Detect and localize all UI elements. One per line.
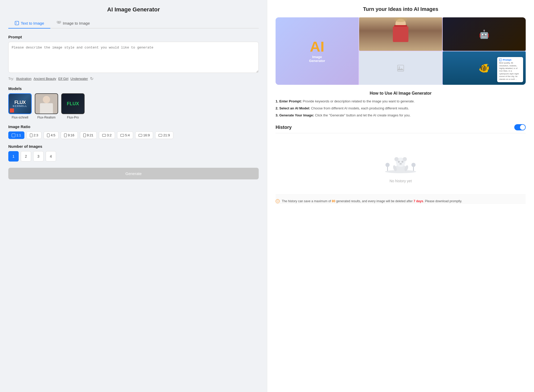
prompt-input[interactable] bbox=[8, 42, 259, 73]
ratio-icon-16-9 bbox=[139, 134, 142, 137]
model-img-flux-realism bbox=[35, 93, 58, 114]
svg-rect-3 bbox=[59, 21, 61, 23]
model-label-flux-realism: Flux-Realism bbox=[37, 116, 56, 119]
banner-subtitle-1: Image bbox=[312, 55, 322, 59]
ratio-icon-1-1 bbox=[12, 134, 15, 137]
ratio-btn-21-9[interactable]: 21:9 bbox=[155, 131, 173, 139]
history-title: History bbox=[276, 125, 292, 130]
num-images-grid: 1 2 3 4 bbox=[8, 151, 259, 162]
svg-point-5 bbox=[399, 66, 400, 68]
banner-ai-left: AI Image Generator bbox=[276, 17, 359, 85]
num-btn-4[interactable]: 4 bbox=[46, 151, 56, 162]
ratio-icon-2-3 bbox=[30, 134, 32, 137]
history-header: History bbox=[276, 124, 526, 133]
step-3-text: Click the "Generate" button and let the … bbox=[315, 113, 410, 117]
banner-bot-mid-img: T Prompt: Best quality, 8k resolution, r… bbox=[359, 51, 442, 85]
try-tag-underwater[interactable]: Underwater bbox=[71, 77, 88, 81]
ironman-visual bbox=[443, 17, 526, 51]
history-max-count: 80 bbox=[332, 199, 335, 203]
how-to-section: How to Use AI Image Generator 1. Enter P… bbox=[276, 91, 526, 118]
num-btn-3[interactable]: 3 bbox=[33, 151, 44, 162]
history-toggle[interactable] bbox=[514, 124, 526, 130]
generate-button[interactable]: Generate bbox=[8, 168, 259, 179]
tab-text-to-image[interactable]: T Text to Image bbox=[8, 18, 50, 29]
svg-point-19 bbox=[399, 163, 402, 165]
right-panel: Turn your Ideas into AI Images AI Image … bbox=[267, 0, 534, 392]
tab-text-to-image-label: Text to Image bbox=[21, 21, 44, 25]
model-label-flux-schnell: Flux-schnell bbox=[12, 116, 28, 119]
ratio-icon-5-4 bbox=[120, 134, 124, 137]
right-headline: Turn your Ideas into AI Images bbox=[276, 6, 526, 12]
promo-banner: AI Image Generator bbox=[276, 17, 526, 85]
text-to-image-icon: T bbox=[15, 21, 19, 25]
num-images-label: Number of Images bbox=[8, 144, 259, 149]
refresh-icon[interactable]: ↻ bbox=[90, 76, 93, 81]
ratio-btn-2-3[interactable]: 2:3 bbox=[26, 131, 42, 139]
info-icon: ⓘ bbox=[276, 199, 280, 203]
svg-text:T: T bbox=[16, 22, 17, 24]
ratio-btn-9-21[interactable]: 9:21 bbox=[80, 131, 97, 139]
models-section: Models FLUX SCHNELL Flux-schnell Flux- bbox=[8, 86, 259, 119]
try-tag-ancient-beauty[interactable]: Ancient Beauty bbox=[33, 77, 56, 81]
ratio-btn-5-4[interactable]: 5:4 bbox=[117, 131, 133, 139]
image-to-image-icon bbox=[57, 21, 61, 25]
step-1-text: Provide keywords or description related … bbox=[303, 99, 415, 103]
empty-illustration bbox=[380, 144, 421, 175]
tab-bar: T Text to Image Image to Image bbox=[8, 18, 259, 29]
svg-point-16 bbox=[403, 157, 407, 161]
ratio-icon-21-9 bbox=[159, 134, 162, 137]
svg-point-17 bbox=[398, 161, 400, 163]
no-history-text: No history yet bbox=[389, 179, 412, 183]
how-to-step-3: 3. Generate Your Image: Click the "Gener… bbox=[276, 113, 526, 118]
num-images-section: Number of Images 1 2 3 4 bbox=[8, 144, 259, 162]
ratio-btn-1-1[interactable]: 1:1 bbox=[8, 131, 24, 139]
try-tag-illustration[interactable]: Illustration bbox=[16, 77, 31, 81]
model-card-flux-schnell[interactable]: FLUX SCHNELL Flux-schnell bbox=[8, 93, 32, 119]
model-img-flux-schnell: FLUX SCHNELL bbox=[8, 93, 32, 114]
try-tag-elf-girl[interactable]: Elf Girl bbox=[58, 77, 69, 81]
ratio-btn-4-5[interactable]: 4:5 bbox=[44, 131, 59, 139]
model-img-flux-pro: FLUX bbox=[61, 93, 85, 114]
svg-point-10 bbox=[386, 163, 390, 167]
history-section: History bbox=[276, 124, 526, 204]
step-3-bold: 3. Generate Your Image: bbox=[276, 113, 314, 117]
models-label: Models bbox=[8, 86, 259, 91]
ratio-section: Image Ratio 1:1 2:3 4:5 9:16 9:21 bbox=[8, 124, 259, 139]
model-card-flux-pro[interactable]: FLUX Flux-Pro bbox=[61, 93, 85, 119]
ratio-icon-9-16 bbox=[64, 134, 67, 137]
svg-point-12 bbox=[412, 163, 416, 167]
ratio-icon-9-21 bbox=[83, 134, 86, 137]
banner-subtitle-2: Generator bbox=[309, 59, 325, 63]
banner-woman-img bbox=[359, 17, 442, 51]
ratio-icon-4-5 bbox=[47, 134, 50, 137]
step-2-bold: 2. Select an AI Model: bbox=[276, 106, 310, 110]
how-to-step-1: 1. Enter Prompt: Provide keywords or des… bbox=[276, 99, 526, 104]
history-note-content: The history can save a maximum of 80 gen… bbox=[282, 199, 462, 204]
try-section: Try: Illustration Ancient Beauty Elf Gir… bbox=[8, 76, 259, 81]
ratio-btn-3-2[interactable]: 3:2 bbox=[99, 131, 115, 139]
woman-visual bbox=[359, 17, 442, 51]
how-to-step-2: 2. Select an AI Model: Choose from diffe… bbox=[276, 106, 526, 111]
ratio-btn-9-16[interactable]: 9:16 bbox=[61, 131, 78, 139]
ratio-grid: 1:1 2:3 4:5 9:16 9:21 3:2 bbox=[8, 131, 259, 139]
how-to-title: How to Use AI Image Generator bbox=[276, 91, 526, 96]
left-panel: AI Image Generator T Text to Image Image… bbox=[0, 0, 267, 392]
num-btn-2[interactable]: 2 bbox=[21, 151, 31, 162]
models-grid: FLUX SCHNELL Flux-schnell Flux-Realism bbox=[8, 93, 259, 119]
tab-image-to-image-label: Image to Image bbox=[63, 21, 90, 25]
ratio-label: Image Ratio bbox=[8, 124, 259, 129]
try-label: Try: bbox=[8, 77, 14, 81]
history-days: 7 days bbox=[414, 199, 423, 203]
svg-point-18 bbox=[401, 161, 403, 163]
num-btn-1[interactable]: 1 bbox=[8, 151, 19, 162]
svg-rect-4 bbox=[398, 65, 404, 71]
model-card-flux-realism[interactable]: Flux-Realism bbox=[35, 93, 58, 119]
step-2-text: Choose from different AI models, each pr… bbox=[311, 106, 409, 110]
ratio-btn-16-9[interactable]: 16:9 bbox=[135, 131, 153, 139]
svg-point-15 bbox=[394, 157, 399, 161]
empty-history: No history yet bbox=[276, 137, 526, 194]
svg-rect-2 bbox=[57, 21, 59, 23]
tab-image-to-image[interactable]: Image to Image bbox=[50, 18, 96, 29]
placeholder-visual bbox=[359, 51, 442, 85]
step-1-bold: 1. Enter Prompt: bbox=[276, 99, 302, 103]
